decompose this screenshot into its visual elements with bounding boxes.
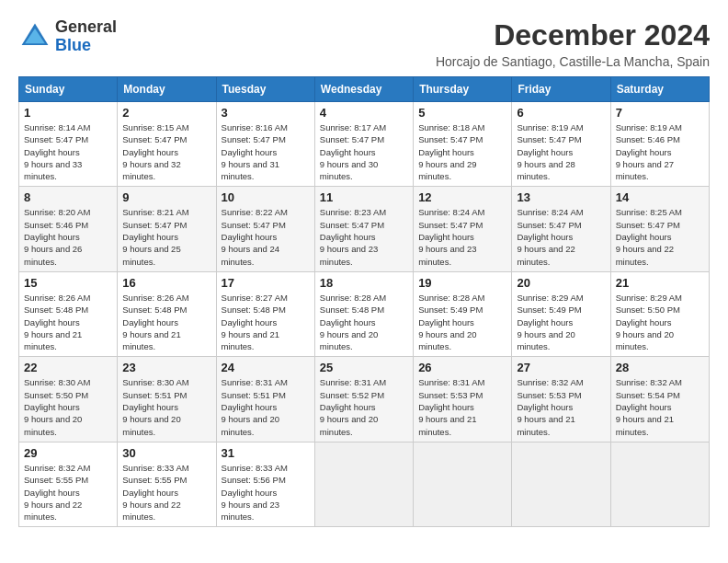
day-info: Sunrise: 8:18 AMSunset: 5:47 PMDaylight … <box>418 122 484 181</box>
calendar-cell: 5 Sunrise: 8:18 AMSunset: 5:47 PMDayligh… <box>414 102 512 187</box>
calendar-cell: 23 Sunrise: 8:30 AMSunset: 5:51 PMDaylig… <box>118 357 216 442</box>
day-info: Sunrise: 8:24 AMSunset: 5:47 PMDaylight … <box>517 207 583 266</box>
calendar-cell: 1 Sunrise: 8:14 AMSunset: 5:47 PMDayligh… <box>19 102 118 187</box>
day-number: 24 <box>222 361 310 374</box>
day-number: 11 <box>320 190 408 204</box>
day-number: 20 <box>517 276 605 290</box>
calendar-cell: 20 Sunrise: 8:29 AMSunset: 5:49 PMDaylig… <box>512 271 610 356</box>
day-number: 7 <box>616 106 704 120</box>
calendar-cell: 6 Sunrise: 8:19 AMSunset: 5:47 PMDayligh… <box>512 102 610 187</box>
day-number: 19 <box>418 276 506 290</box>
calendar-cell: 13 Sunrise: 8:24 AMSunset: 5:47 PMDaylig… <box>512 187 610 271</box>
day-info: Sunrise: 8:20 AMSunset: 5:46 PMDaylight … <box>24 207 90 266</box>
day-info: Sunrise: 8:15 AMSunset: 5:47 PMDaylight … <box>122 122 188 181</box>
day-info: Sunrise: 8:24 AMSunset: 5:47 PMDaylight … <box>418 207 484 266</box>
day-info: Sunrise: 8:22 AMSunset: 5:47 PMDaylight … <box>222 207 288 266</box>
weekday-header-cell: Tuesday <box>216 77 314 102</box>
day-info: Sunrise: 8:31 AMSunset: 5:52 PMDaylight … <box>320 377 386 436</box>
day-info: Sunrise: 8:25 AMSunset: 5:47 PMDaylight … <box>616 207 682 266</box>
day-number: 4 <box>320 106 408 120</box>
calendar-cell: 28 Sunrise: 8:32 AMSunset: 5:54 PMDaylig… <box>610 357 709 442</box>
weekday-header-cell: Wednesday <box>314 77 413 102</box>
weekday-header-cell: Monday <box>118 77 216 102</box>
calendar-cell: 17 Sunrise: 8:27 AMSunset: 5:48 PMDaylig… <box>216 271 314 356</box>
calendar-week-row: 15 Sunrise: 8:26 AMSunset: 5:48 PMDaylig… <box>19 271 710 356</box>
day-info: Sunrise: 8:19 AMSunset: 5:47 PMDaylight … <box>517 122 583 181</box>
calendar-cell: 11 Sunrise: 8:23 AMSunset: 5:47 PMDaylig… <box>314 187 413 271</box>
calendar-week-row: 1 Sunrise: 8:14 AMSunset: 5:47 PMDayligh… <box>19 102 710 187</box>
day-info: Sunrise: 8:32 AMSunset: 5:54 PMDaylight … <box>616 377 682 436</box>
calendar-cell <box>512 442 610 526</box>
day-number: 10 <box>222 190 310 204</box>
day-number: 13 <box>517 190 605 204</box>
day-info: Sunrise: 8:31 AMSunset: 5:51 PMDaylight … <box>222 377 288 436</box>
location-title: Horcajo de Santiago, Castille-La Mancha,… <box>436 54 710 69</box>
day-number: 8 <box>24 190 112 204</box>
calendar-cell: 25 Sunrise: 8:31 AMSunset: 5:52 PMDaylig… <box>314 357 413 442</box>
calendar-cell: 31 Sunrise: 8:33 AMSunset: 5:56 PMDaylig… <box>216 442 314 526</box>
calendar-cell: 24 Sunrise: 8:31 AMSunset: 5:51 PMDaylig… <box>216 357 314 442</box>
calendar-cell: 3 Sunrise: 8:16 AMSunset: 5:47 PMDayligh… <box>216 102 314 187</box>
weekday-header-cell: Saturday <box>610 77 709 102</box>
calendar-cell: 10 Sunrise: 8:22 AMSunset: 5:47 PMDaylig… <box>216 187 314 271</box>
day-info: Sunrise: 8:19 AMSunset: 5:46 PMDaylight … <box>616 122 682 181</box>
day-info: Sunrise: 8:23 AMSunset: 5:47 PMDaylight … <box>320 207 386 266</box>
day-number: 31 <box>222 446 310 460</box>
calendar-body: 1 Sunrise: 8:14 AMSunset: 5:47 PMDayligh… <box>19 102 710 527</box>
day-info: Sunrise: 8:32 AMSunset: 5:55 PMDaylight … <box>24 463 90 522</box>
day-number: 30 <box>122 446 210 460</box>
day-number: 15 <box>24 276 112 290</box>
day-info: Sunrise: 8:30 AMSunset: 5:50 PMDaylight … <box>24 377 90 436</box>
day-number: 12 <box>418 190 506 204</box>
day-info: Sunrise: 8:16 AMSunset: 5:47 PMDaylight … <box>222 122 288 181</box>
calendar-cell: 26 Sunrise: 8:31 AMSunset: 5:53 PMDaylig… <box>414 357 512 442</box>
calendar-cell: 18 Sunrise: 8:28 AMSunset: 5:48 PMDaylig… <box>314 271 413 356</box>
calendar-week-row: 29 Sunrise: 8:32 AMSunset: 5:55 PMDaylig… <box>19 442 710 526</box>
day-info: Sunrise: 8:29 AMSunset: 5:49 PMDaylight … <box>517 293 583 351</box>
calendar-table: SundayMondayTuesdayWednesdayThursdayFrid… <box>18 76 710 527</box>
day-info: Sunrise: 8:28 AMSunset: 5:48 PMDaylight … <box>320 293 386 351</box>
day-info: Sunrise: 8:30 AMSunset: 5:51 PMDaylight … <box>122 377 188 436</box>
day-number: 3 <box>222 106 310 120</box>
calendar-week-row: 8 Sunrise: 8:20 AMSunset: 5:46 PMDayligh… <box>19 187 710 271</box>
day-number: 6 <box>517 106 605 120</box>
calendar-cell: 4 Sunrise: 8:17 AMSunset: 5:47 PMDayligh… <box>314 102 413 187</box>
weekday-header-cell: Thursday <box>414 77 512 102</box>
day-number: 27 <box>517 361 605 374</box>
calendar-cell: 2 Sunrise: 8:15 AMSunset: 5:47 PMDayligh… <box>118 102 216 187</box>
day-number: 25 <box>320 361 408 374</box>
calendar-cell: 8 Sunrise: 8:20 AMSunset: 5:46 PMDayligh… <box>19 187 118 271</box>
calendar-cell <box>414 442 512 526</box>
calendar-cell: 19 Sunrise: 8:28 AMSunset: 5:49 PMDaylig… <box>414 271 512 356</box>
calendar-week-row: 22 Sunrise: 8:30 AMSunset: 5:50 PMDaylig… <box>19 357 710 442</box>
day-number: 1 <box>24 106 112 120</box>
logo-icon <box>18 20 51 53</box>
day-number: 26 <box>418 361 506 374</box>
day-info: Sunrise: 8:29 AMSunset: 5:50 PMDaylight … <box>616 293 682 351</box>
day-number: 2 <box>122 106 210 120</box>
calendar-cell: 14 Sunrise: 8:25 AMSunset: 5:47 PMDaylig… <box>610 187 709 271</box>
day-info: Sunrise: 8:26 AMSunset: 5:48 PMDaylight … <box>122 293 188 351</box>
calendar-cell: 27 Sunrise: 8:32 AMSunset: 5:53 PMDaylig… <box>512 357 610 442</box>
logo-line2: Blue <box>55 37 117 55</box>
day-info: Sunrise: 8:21 AMSunset: 5:47 PMDaylight … <box>122 207 188 266</box>
logo: General Blue <box>18 18 117 55</box>
title-area: December 2024 Horcajo de Santiago, Casti… <box>436 18 710 69</box>
day-number: 14 <box>616 190 704 204</box>
day-info: Sunrise: 8:32 AMSunset: 5:53 PMDaylight … <box>517 377 583 436</box>
weekday-header-cell: Sunday <box>19 77 118 102</box>
logo-line1: General <box>55 18 117 37</box>
calendar-cell: 12 Sunrise: 8:24 AMSunset: 5:47 PMDaylig… <box>414 187 512 271</box>
day-info: Sunrise: 8:17 AMSunset: 5:47 PMDaylight … <box>320 122 386 181</box>
day-number: 16 <box>122 276 210 290</box>
day-number: 9 <box>122 190 210 204</box>
day-info: Sunrise: 8:31 AMSunset: 5:53 PMDaylight … <box>418 377 484 436</box>
day-info: Sunrise: 8:28 AMSunset: 5:49 PMDaylight … <box>418 293 484 351</box>
day-number: 18 <box>320 276 408 290</box>
calendar-cell <box>610 442 709 526</box>
calendar-cell: 21 Sunrise: 8:29 AMSunset: 5:50 PMDaylig… <box>610 271 709 356</box>
day-info: Sunrise: 8:27 AMSunset: 5:48 PMDaylight … <box>222 293 288 351</box>
calendar-cell: 9 Sunrise: 8:21 AMSunset: 5:47 PMDayligh… <box>118 187 216 271</box>
calendar-cell: 15 Sunrise: 8:26 AMSunset: 5:48 PMDaylig… <box>19 271 118 356</box>
day-number: 29 <box>24 446 112 460</box>
